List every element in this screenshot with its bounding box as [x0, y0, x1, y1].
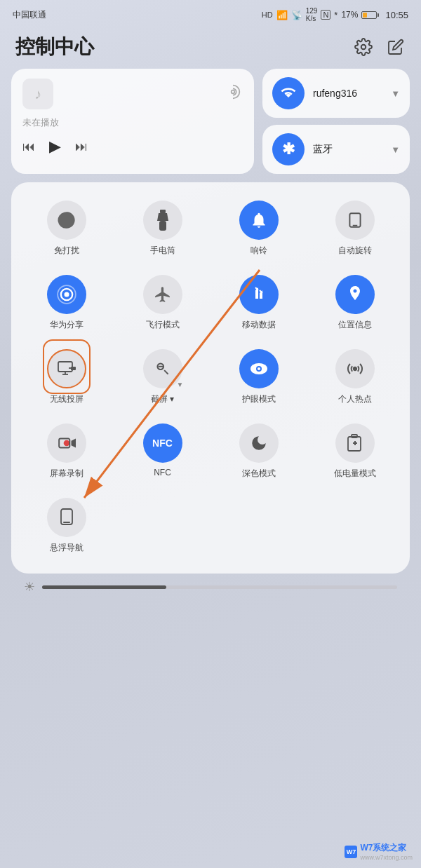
control-row-4: 屏幕录制 NFC NFC 深色模式: [18, 416, 403, 485]
float-nav-toggle[interactable]: 悬浮导航: [18, 491, 114, 560]
float-nav-icon: [47, 498, 86, 537]
svg-rect-9: [255, 290, 258, 299]
svg-point-18: [353, 367, 356, 370]
battery-save-toggle[interactable]: 低电量模式: [307, 416, 403, 485]
screenshot-label: 截屏 ▾: [151, 393, 174, 405]
nfc-toggle[interactable]: NFC NFC: [114, 416, 210, 485]
svg-point-17: [258, 367, 260, 370]
eye-care-toggle[interactable]: 护眼模式: [210, 342, 307, 411]
nfc-icon: N: [321, 10, 330, 20]
flashlight-icon: [143, 201, 182, 240]
next-button[interactable]: ⏭: [75, 140, 88, 154]
dark-mode-label: 深色模式: [242, 468, 276, 480]
control-panel: 免打扰 手电筒 响铃: [11, 182, 410, 574]
location-icon: [335, 275, 375, 314]
signal-icon: 📶: [276, 10, 288, 20]
auto-rotate-icon: [335, 201, 375, 240]
speed-label: 129K/s: [306, 7, 318, 22]
wifi-name: rufeng316: [313, 88, 382, 99]
prev-button[interactable]: ⏮: [22, 140, 35, 154]
play-button[interactable]: ▶: [49, 137, 61, 156]
wifi-info: rufeng316: [313, 88, 382, 99]
svg-rect-23: [352, 435, 357, 438]
dnd-icon: [47, 201, 86, 240]
bluetooth-toggle[interactable]: ✱: [272, 133, 305, 165]
svg-point-1: [232, 90, 235, 94]
dnd-toggle[interactable]: 免打扰: [18, 194, 114, 262]
bluetooth-info: 蓝牙: [313, 143, 382, 156]
screen-record-label: 屏幕录制: [50, 468, 83, 480]
flashlight-toggle[interactable]: 手电筒: [114, 194, 210, 262]
huawei-share-toggle[interactable]: 华为分享: [18, 268, 114, 337]
airplane-toggle[interactable]: 飞行模式: [114, 268, 210, 337]
wireless-proj-icon: [47, 349, 86, 388]
empty-3: [307, 491, 403, 560]
battery-label: 17%: [341, 10, 358, 20]
time-label: 10:55: [385, 10, 408, 20]
dnd-label: 免打扰: [54, 245, 79, 257]
hotspot-toggle[interactable]: 个人热点: [307, 342, 403, 411]
watermark-logo: W7: [345, 846, 357, 858]
sun-icon: ☀: [24, 579, 35, 595]
watermark-text: W7系统之家 www.w7xtong.com: [360, 842, 413, 861]
bluetooth-name: 蓝牙: [313, 143, 382, 156]
wireless-proj-toggle[interactable]: 无线投屏: [18, 342, 114, 411]
media-controls: ⏮ ▶ ⏭: [22, 137, 243, 156]
mobile-data-toggle[interactable]: 移动数据: [210, 268, 307, 337]
screen-record-icon: [47, 423, 86, 463]
brightness-track[interactable]: [42, 585, 397, 589]
auto-rotate-toggle[interactable]: 自动旋转: [307, 194, 403, 262]
wifi-icon: 📡: [291, 10, 302, 20]
bluetooth-card[interactable]: ✱ 蓝牙 ▼: [262, 125, 410, 174]
battery-save-label: 低电量模式: [334, 468, 376, 480]
location-toggle[interactable]: 位置信息: [307, 268, 403, 337]
svg-point-6: [64, 292, 69, 297]
location-label: 位置信息: [338, 319, 372, 331]
battery-save-icon: [335, 423, 375, 463]
ring-label: 响铃: [250, 245, 267, 257]
bluetooth-dropdown-arrow[interactable]: ▼: [391, 144, 400, 155]
control-row-2: 华为分享 飞行模式 移动数据: [18, 268, 403, 337]
dark-mode-icon: [239, 423, 279, 463]
hotspot-label: 个人热点: [338, 393, 372, 405]
eye-care-icon: [239, 349, 279, 388]
ring-toggle[interactable]: 响铃: [210, 194, 307, 262]
nfc-icon: NFC: [143, 423, 182, 463]
empty-1: [114, 491, 210, 560]
screen-record-toggle[interactable]: 屏幕录制: [18, 416, 114, 485]
brightness-fill: [42, 585, 166, 589]
status-right: HD 📶 📡 129K/s N * 17% 10:55: [262, 7, 408, 22]
empty-2: [210, 491, 307, 560]
eye-care-label: 护眼模式: [242, 393, 276, 405]
bluetooth-icon: *: [334, 10, 338, 20]
settings-button[interactable]: [354, 37, 373, 57]
svg-rect-11: [58, 362, 72, 372]
svg-rect-4: [159, 221, 166, 231]
wifi-toggle[interactable]: [272, 77, 305, 109]
svg-point-19: [63, 440, 69, 447]
control-row-1: 免打扰 手电筒 响铃: [18, 194, 403, 262]
media-status: 未在播放: [22, 116, 243, 129]
control-row-3: 无线投屏 ▼ 截屏 ▾ 护眼模式: [18, 342, 403, 411]
wifi-card[interactable]: rufeng316 ▼: [262, 69, 410, 118]
svg-rect-2: [160, 210, 166, 213]
connectivity-cards: rufeng316 ▼ ✱ 蓝牙 ▼: [262, 69, 410, 174]
watermark: W7 W7系统之家 www.w7xtong.com: [345, 842, 413, 861]
edit-button[interactable]: [386, 37, 406, 57]
header-actions: [354, 37, 406, 57]
hotspot-icon: [335, 349, 375, 388]
media-card[interactable]: ♪ 未在播放 ⏮ ▶ ⏭: [11, 69, 254, 174]
network-label: HD: [262, 11, 273, 19]
dark-mode-toggle[interactable]: 深色模式: [210, 416, 307, 485]
wireless-proj-label: 无线投屏: [50, 393, 83, 405]
airplane-icon: [143, 275, 182, 314]
status-bar: 中国联通 HD 📶 📡 129K/s N * 17% 10:55: [0, 0, 421, 27]
carrier-label: 中国联通: [13, 9, 46, 21]
svg-point-0: [361, 45, 366, 50]
svg-rect-12: [71, 367, 76, 370]
auto-rotate-label: 自动旋转: [338, 245, 372, 257]
battery-icon: [361, 11, 379, 19]
huawei-share-icon: [47, 275, 86, 314]
screenshot-toggle[interactable]: ▼ 截屏 ▾: [114, 342, 210, 411]
wifi-dropdown-arrow[interactable]: ▼: [391, 88, 400, 99]
